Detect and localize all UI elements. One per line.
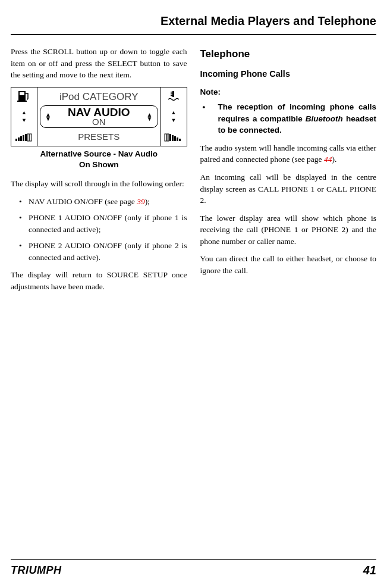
arrow-up-icon: ▲ (171, 109, 177, 117)
svg-rect-1 (20, 92, 24, 95)
footer-rule (11, 559, 376, 560)
display-row-1: iPod CATEGORY (11, 87, 187, 105)
display-row1-text: iPod CATEGORY (37, 87, 161, 105)
display-caption: Alternative Source - Nav Audio On Shown (11, 149, 187, 170)
svg-rect-5 (171, 93, 173, 95)
right-arrows-box: ▲ ▼ (161, 104, 187, 129)
telephone-heading: Telephone (200, 47, 377, 62)
page-footer: TRIUMPH 41 (11, 559, 376, 577)
svg-rect-14 (165, 134, 166, 141)
display-row3-text: PRESETS (37, 129, 161, 146)
svg-rect-13 (30, 134, 32, 141)
telephone-p4: You can direct the call to either headse… (200, 253, 377, 276)
page-header: External Media Players and Telephone (11, 14, 376, 28)
scroll-order-intro: The display will scroll through in the f… (11, 178, 187, 190)
svg-rect-10 (23, 135, 24, 141)
temp-icon (166, 90, 181, 102)
gauge-left-icon-box (11, 129, 37, 146)
gauge-bars-left-icon (15, 133, 34, 142)
display-nav-center: ▲▼ NAV AUDIO ON ▲▼ (37, 104, 161, 129)
telephone-p3: The lower display area will show which p… (200, 212, 377, 248)
nav-sub-text: ON (40, 117, 158, 126)
left-column: Press the SCROLL button up or down to to… (11, 46, 187, 299)
bluetooth-word: Bluetooth (306, 114, 343, 123)
fuel-icon (17, 90, 32, 102)
svg-rect-2 (17, 101, 27, 102)
svg-rect-20 (179, 139, 181, 141)
header-rule (11, 34, 376, 35)
svg-rect-7 (15, 139, 17, 141)
caption-line2: On Shown (79, 160, 119, 169)
svg-rect-9 (20, 136, 22, 141)
list-item: PHONE 2 AUDIO ON/OFF (only if phone 2 is… (29, 240, 187, 263)
triumph-logo: TRIUMPH (11, 564, 62, 577)
scroll-order-list: NAV AUDIO ON/OFF (see page 39); PHONE 1 … (11, 196, 187, 264)
telephone-p2: An incoming call will be displayed in th… (200, 171, 377, 207)
display-row-2: ▲ ▼ ▲▼ NAV AUDIO ON ▲▼ ▲ ▼ (11, 104, 187, 129)
left-arrows-box: ▲ ▼ (11, 104, 37, 129)
list-item: NAV AUDIO ON/OFF (see page 39); (29, 196, 187, 208)
page-number: 41 (363, 564, 376, 577)
arrow-down-icon: ▼ (171, 117, 177, 124)
svg-rect-15 (167, 134, 169, 141)
svg-rect-11 (25, 134, 27, 141)
right-column: Telephone Incoming Phone Calls Note: The… (200, 46, 377, 299)
nav-arrows-left-icon: ▲▼ (45, 112, 51, 121)
intro-paragraph: Press the SCROLL button up or down to to… (11, 46, 187, 81)
arrow-down-icon: ▼ (21, 117, 27, 124)
incoming-heading: Incoming Phone Calls (200, 68, 377, 80)
display-panel: iPod CATEGORY ▲ ▼ ▲▼ NAV AUDIO ON ▲▼ (11, 87, 187, 146)
arrow-up-icon: ▲ (21, 109, 27, 117)
nav-audio-box: ▲▼ NAV AUDIO ON ▲▼ (40, 105, 158, 128)
caption-line1: Alternative Source - Nav Audio (40, 149, 158, 158)
svg-rect-17 (172, 135, 174, 141)
content-columns: Press the SCROLL button up or down to to… (11, 46, 376, 299)
note-label: Note: (200, 86, 377, 98)
svg-rect-8 (18, 137, 20, 141)
svg-rect-16 (169, 134, 171, 141)
return-text: The display will return to SOURCE SETUP … (11, 269, 187, 292)
svg-rect-6 (171, 95, 173, 96)
display-row-3: PRESETS (11, 129, 187, 146)
page-ref-link[interactable]: 39 (137, 197, 145, 206)
note-body: The reception of incoming phone calls re… (200, 101, 377, 136)
fuel-icon-box (11, 87, 37, 105)
svg-rect-18 (174, 136, 176, 141)
svg-rect-19 (177, 137, 178, 141)
gauge-right-icon-box (161, 129, 187, 146)
temp-icon-box (161, 87, 187, 105)
telephone-p1: The audio system will handle incoming ca… (200, 142, 377, 165)
svg-rect-12 (27, 134, 29, 141)
svg-rect-4 (171, 92, 173, 93)
nav-arrows-right-icon: ▲▼ (147, 112, 153, 121)
gauge-bars-right-icon (164, 133, 183, 142)
page-ref-link[interactable]: 44 (324, 155, 332, 164)
list-item: PHONE 1 AUDIO ON/OFF (only if phone 1 is… (29, 212, 187, 235)
